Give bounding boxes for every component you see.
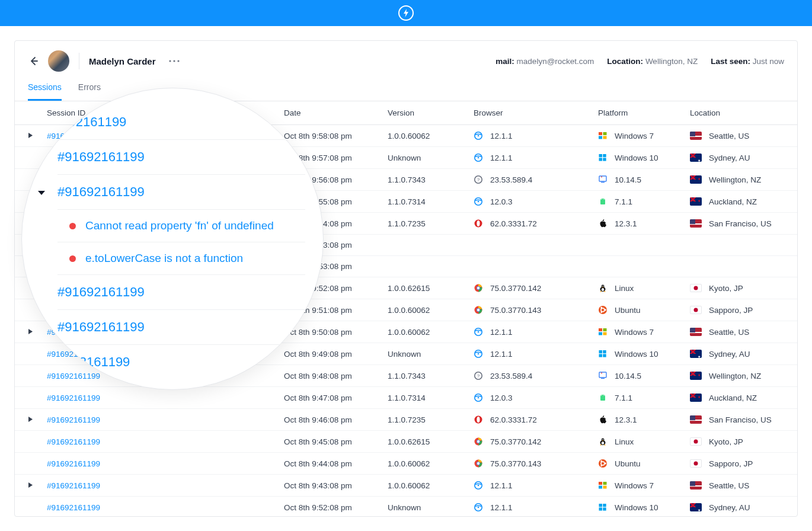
expand-toggle[interactable] xyxy=(28,328,33,335)
version-cell: 1.0.0.62615 xyxy=(383,277,469,299)
unknown-icon xyxy=(474,371,483,380)
zoom-session-link[interactable]: #91692161199 xyxy=(57,275,305,310)
flag-jp-icon xyxy=(690,459,702,468)
version-cell: 1.0.0.60062 xyxy=(383,321,469,343)
location-cell: Sapporo, JP xyxy=(709,306,753,315)
location-cell: Sydney, AU xyxy=(709,153,750,162)
session-link[interactable]: #91692161199 xyxy=(47,481,100,490)
location-cell: Sydney, AU xyxy=(709,503,750,512)
tab-errors[interactable]: Errors xyxy=(78,82,101,101)
table-row: #91692161199 Oct 8th 9:46:08 pm 1.1.0.72… xyxy=(15,409,797,431)
table-row: #91692161199 Oct 8th 9:44:08 pm 1.0.0.60… xyxy=(15,453,797,475)
platform-cell: 10.14.5 xyxy=(615,372,641,380)
android-icon xyxy=(598,393,608,402)
mail-label: mail: xyxy=(495,57,514,66)
version-cell: 1.1.0.7314 xyxy=(383,191,469,213)
location-cell: Sapporo, JP xyxy=(709,459,753,468)
location-label: Location: xyxy=(607,57,643,66)
flag-us-icon xyxy=(690,328,702,336)
platform-cell: Ubuntu xyxy=(615,306,641,315)
version-cell: Unknown xyxy=(383,497,469,517)
browser-cell: 62.0.3331.72 xyxy=(490,219,537,228)
zoom-error-item[interactable]: Cannot read property 'fn' of undefined xyxy=(57,210,305,242)
back-button[interactable] xyxy=(28,55,40,67)
session-link[interactable]: #91692161199 xyxy=(47,394,100,402)
version-cell: 1.0.0.62615 xyxy=(383,431,469,453)
platform-cell: Windows 10 xyxy=(615,350,658,359)
col-location: Location xyxy=(685,101,797,125)
ie-icon xyxy=(474,153,483,162)
flag-nz-icon xyxy=(690,175,702,184)
chrome-icon xyxy=(474,437,483,446)
win10-icon xyxy=(598,153,608,162)
svg-point-34 xyxy=(177,60,179,62)
win7-icon xyxy=(598,327,608,337)
svg-point-32 xyxy=(169,60,171,62)
lastseen-label: Last seen: xyxy=(711,57,750,66)
zoom-session-link[interactable]: #91692161199 xyxy=(57,310,305,345)
flag-jp-icon xyxy=(690,437,702,446)
ie-icon xyxy=(474,481,483,490)
flag-us-icon xyxy=(690,219,702,228)
chevron-down-icon[interactable] xyxy=(37,184,46,200)
ie-icon xyxy=(474,349,483,359)
table-row: #91692161199 Oct 8th 9:45:08 pm 1.0.0.62… xyxy=(15,431,797,453)
version-cell: 1.1.0.7343 xyxy=(383,169,469,191)
version-cell: 1.0.0.60062 xyxy=(383,299,469,321)
flag-us-icon xyxy=(690,132,702,140)
platform-cell: Windows 10 xyxy=(615,503,658,512)
mac-icon xyxy=(598,371,608,380)
location-cell: Sydney, AU xyxy=(709,350,750,359)
zoom-session-link[interactable]: #91692161199 xyxy=(57,140,305,175)
location-cell: San Franciso, US xyxy=(709,415,772,424)
platform-cell: Ubuntu xyxy=(615,459,641,468)
browser-cell: 75.0.3770.143 xyxy=(490,306,541,315)
session-link[interactable]: #91692161199 xyxy=(47,503,100,512)
win10-icon xyxy=(598,503,608,512)
session-link[interactable]: #91692161199 xyxy=(47,372,100,380)
location-cell: Auckland, NZ xyxy=(709,394,757,402)
platform-cell: Windows 7 xyxy=(615,481,654,490)
location-value: Wellington, NZ xyxy=(645,57,698,66)
more-button[interactable] xyxy=(169,60,180,62)
version-cell: 1.0.0.60062 xyxy=(383,453,469,475)
version-cell: 1.1.0.7343 xyxy=(383,365,469,387)
session-link[interactable]: #91692161199 xyxy=(47,415,100,424)
col-platform: Platform xyxy=(593,101,685,125)
table-row: #91692161199 Oct 8th 9:52:08 pm Unknown … xyxy=(15,497,797,517)
col-browser: Browser xyxy=(469,101,593,125)
linux-icon xyxy=(598,283,608,293)
location-cell: Kyoto, JP xyxy=(709,437,743,446)
zoom-session-link-expanded[interactable]: #91692161199 xyxy=(57,175,305,210)
chrome-icon xyxy=(474,459,483,468)
version-cell: Unknown xyxy=(383,147,469,169)
browser-cell: 12.1.1 xyxy=(490,328,513,337)
expand-toggle[interactable] xyxy=(28,482,33,488)
platform-cell: 12.3.1 xyxy=(615,415,637,424)
mail-value: madelyn@rocket.com xyxy=(517,57,594,66)
session-link[interactable]: #91692161199 xyxy=(47,437,100,446)
platform-cell: Linux xyxy=(615,437,634,446)
expand-toggle[interactable] xyxy=(28,132,33,139)
expand-toggle[interactable] xyxy=(28,416,33,423)
zoom-error-item[interactable]: e.toLowerCase is not a function xyxy=(57,242,305,275)
ie-icon xyxy=(474,393,483,402)
tab-sessions[interactable]: Sessions xyxy=(28,82,62,101)
platform-cell: 7.1.1 xyxy=(615,197,632,206)
browser-cell: 12.0.3 xyxy=(490,197,513,206)
chrome-icon xyxy=(474,283,483,293)
session-link[interactable]: #91692161199 xyxy=(47,459,100,468)
flag-nz-icon xyxy=(690,394,702,402)
ie-icon xyxy=(474,503,483,512)
user-name: Madelyn Carder xyxy=(89,56,156,66)
col-version: Version xyxy=(383,101,469,125)
version-cell: 1.0.0.60062 xyxy=(383,475,469,497)
ie-icon xyxy=(474,131,483,140)
date-cell: Oct 8th 9:49:08 pm xyxy=(279,343,383,365)
error-dot-icon xyxy=(69,223,76,229)
browser-cell: 62.0.3331.72 xyxy=(490,415,537,424)
browser-cell: 75.0.3770.142 xyxy=(490,284,541,293)
flag-jp-icon xyxy=(690,306,702,314)
table-row: #91692161199 Oct 8th 9:47:08 pm 1.1.0.73… xyxy=(15,387,797,409)
platform-cell: Windows 7 xyxy=(615,132,654,140)
